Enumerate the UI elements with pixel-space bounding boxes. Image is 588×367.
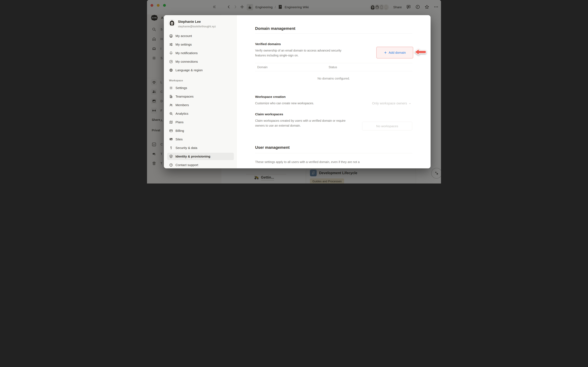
workspace-section-header: Workspace — [169, 79, 234, 82]
question-circle-icon — [169, 163, 173, 167]
user-name: Stephanie Lee — [178, 20, 216, 24]
claim-workspaces-description: Claim workspaces created by users with a… — [255, 118, 348, 128]
column-status: Status — [329, 66, 337, 69]
no-workspaces-button[interactable]: No workspaces — [362, 122, 412, 130]
page-title: Domain management — [255, 26, 412, 31]
person-circle-icon — [169, 34, 173, 38]
user-email: stephanie@toolsforthought.xyz — [178, 25, 216, 28]
chevron-down-icon — [408, 102, 411, 105]
settings-nav-teamspaces[interactable]: Teamspaces — [167, 93, 234, 100]
settings-nav-workspace-settings[interactable]: Settings — [167, 84, 234, 92]
map-icon — [169, 120, 173, 124]
settings-nav-sites[interactable]: Sites — [167, 136, 234, 143]
settings-content: Domain management Verified domains Verif… — [237, 15, 431, 168]
building-icon — [169, 94, 173, 99]
verified-domains-description: Verify ownership of an email domain to a… — [255, 48, 345, 58]
bell-icon — [169, 51, 173, 55]
globe-icon — [169, 68, 173, 72]
app-window: Engineering / Engineering Wiki Share ACM… — [147, 0, 441, 184]
column-domain: Domain — [255, 66, 329, 69]
add-domain-button[interactable]: Add domain — [376, 47, 413, 58]
domains-empty-state: No domains configured. — [255, 77, 412, 80]
workspace-creation-select[interactable]: Only workspace owners — [372, 101, 411, 105]
user-avatar — [168, 19, 175, 26]
settings-nav-billing[interactable]: Billing — [167, 127, 234, 134]
settings-nav-contact-support[interactable]: Contact support — [167, 161, 234, 168]
workspace-creation-title: Workspace creation — [255, 95, 412, 99]
settings-nav-plans[interactable]: Plans — [167, 118, 234, 126]
settings-nav-security-data[interactable]: Security & data — [167, 144, 234, 151]
settings-nav-language-region[interactable]: Language & region — [167, 67, 234, 74]
divider — [255, 33, 412, 34]
account-header: Stephanie Lee stephanie@toolsforthought.… — [168, 19, 234, 30]
key-icon — [169, 146, 173, 150]
settings-nav-identity-provisioning[interactable]: Identity & provisioning — [167, 153, 234, 160]
user-management-description-clipped: These settings apply to all users with a… — [255, 160, 412, 164]
magnifier-sparkle-icon — [169, 112, 173, 116]
settings-modal: Stephanie Lee stephanie@toolsforthought.… — [164, 15, 431, 168]
settings-sidebar: Stephanie Lee stephanie@toolsforthought.… — [164, 15, 237, 168]
settings-nav-my-account[interactable]: My account — [167, 32, 234, 40]
divider — [255, 153, 412, 153]
shield-check-icon — [169, 154, 173, 158]
user-management-title: User management — [255, 145, 412, 150]
domains-table-header: Domain Status — [255, 63, 412, 71]
settings-nav-my-notifications[interactable]: My notifications — [167, 49, 234, 57]
settings-nav-analytics[interactable]: Analytics — [167, 110, 234, 117]
arrow-up-right-box-icon — [169, 60, 173, 64]
gear-icon — [169, 86, 173, 90]
claim-workspaces-title: Claim workspaces — [255, 112, 412, 116]
plus-icon — [384, 51, 387, 54]
annotation-arrow-icon — [414, 48, 427, 56]
settings-nav-my-connections[interactable]: My connections — [167, 58, 234, 65]
browser-cursor-icon — [169, 137, 173, 141]
verified-domains-title: Verified domains — [255, 42, 412, 46]
credit-card-icon — [169, 129, 173, 133]
people-icon — [169, 103, 173, 107]
settings-nav-members[interactable]: Members — [167, 101, 234, 109]
sliders-icon — [169, 42, 173, 47]
settings-nav-my-settings[interactable]: My settings — [167, 41, 234, 48]
